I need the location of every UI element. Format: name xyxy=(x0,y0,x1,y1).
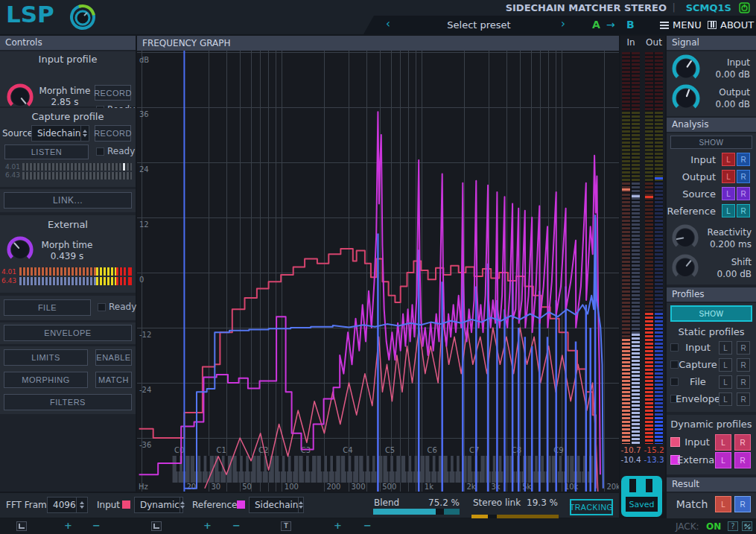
input-record-button[interactable]: RECORD xyxy=(95,85,131,101)
enable-button[interactable]: ENABLE xyxy=(95,349,132,366)
graph-zoom-icon[interactable] xyxy=(151,521,162,531)
signal-output-knob[interactable] xyxy=(671,83,701,113)
analysis-source-left-button[interactable]: L xyxy=(722,187,735,200)
analysis-input-right-button[interactable]: R xyxy=(737,153,750,166)
input-morph-knob[interactable] xyxy=(6,83,34,111)
static-input-label: Input xyxy=(680,342,716,353)
svg-text:12: 12 xyxy=(139,220,149,229)
reactivity-value[interactable]: 0.200 ms xyxy=(701,239,752,249)
zoom-out-button[interactable]: − xyxy=(92,520,101,531)
static-envelope-right-button[interactable]: R xyxy=(737,392,750,406)
signal-input-value[interactable]: 0.00 dB xyxy=(702,69,750,80)
result-match-left-button[interactable]: L xyxy=(715,496,731,512)
file-button[interactable]: FILE xyxy=(4,299,91,316)
static-capture-left-button[interactable]: L xyxy=(719,358,732,372)
meter-out-right-value: -13.3 xyxy=(644,455,664,464)
shift-knob[interactable] xyxy=(671,253,699,282)
ab-b-button[interactable]: B xyxy=(626,19,635,31)
signal-input-knob[interactable] xyxy=(671,54,701,83)
capture-listen-button[interactable]: LISTEN xyxy=(4,144,89,159)
svg-text:C9: C9 xyxy=(553,446,563,454)
meter-in-left-value: -10.7 xyxy=(620,445,641,454)
file-ready-checkbox[interactable] xyxy=(98,303,106,311)
signal-output-value[interactable]: 0.00 dB xyxy=(702,99,750,109)
save-preset-button[interactable]: Saved xyxy=(621,476,662,517)
static-capture-right-button[interactable]: R xyxy=(737,358,750,372)
static-input-checkbox[interactable] xyxy=(670,343,679,352)
preset-next-button[interactable]: › xyxy=(561,17,565,31)
shift-label: Shift xyxy=(701,257,752,267)
resize-icon[interactable] xyxy=(742,521,752,531)
static-file-checkbox[interactable] xyxy=(670,378,679,386)
blend-slider[interactable] xyxy=(373,509,460,515)
profiles-show-button[interactable]: SHOW xyxy=(670,305,752,322)
menu-button[interactable]: MENU xyxy=(660,19,702,31)
text-zoom-icon[interactable]: T xyxy=(281,521,291,531)
analysis-output-right-button[interactable]: R xyxy=(737,170,750,183)
result-match-right-button[interactable]: R xyxy=(734,496,751,512)
meter-in-label: In xyxy=(620,37,641,48)
link-button[interactable]: LINK... xyxy=(4,192,132,209)
envelope-button[interactable]: ENVELOPE xyxy=(4,325,132,341)
combo-spinner-icon[interactable] xyxy=(76,498,87,512)
ab-a-button[interactable]: A xyxy=(592,19,600,31)
about-button[interactable]: ABOUT xyxy=(708,19,754,31)
combo-spinner-icon[interactable] xyxy=(180,498,185,512)
analysis-source-right-button[interactable]: R xyxy=(737,187,750,200)
filters-button[interactable]: FILTERS xyxy=(4,394,132,410)
svg-text:200: 200 xyxy=(326,483,340,491)
combo-spinner-icon[interactable] xyxy=(298,498,303,512)
external-morph-value[interactable]: 0.439 s xyxy=(37,251,97,261)
preset-prev-button[interactable]: ‹ xyxy=(386,17,390,31)
zoom-in-button[interactable]: + xyxy=(203,520,212,531)
analysis-input-label: Input xyxy=(667,154,716,165)
meter-in-right xyxy=(632,52,640,444)
static-profiles-title: Static profiles xyxy=(667,326,756,337)
dynamic-input-checkbox[interactable] xyxy=(670,437,680,447)
analysis-output-left-button[interactable]: L xyxy=(722,170,735,183)
shift-value[interactable]: 0.00 dB xyxy=(701,269,752,279)
analysis-input-left-button[interactable]: L xyxy=(722,153,735,166)
analysis-reference-label: Reference xyxy=(667,206,716,217)
power-icon[interactable] xyxy=(739,2,750,16)
static-envelope-left-button[interactable]: L xyxy=(719,392,732,406)
analysis-reference-right-button[interactable]: R xyxy=(737,204,750,217)
combo-spinner-icon[interactable] xyxy=(80,126,89,141)
morphing-button[interactable]: MORPHING xyxy=(4,372,88,388)
help-icon[interactable]: ? xyxy=(728,521,738,531)
svg-text:-36: -36 xyxy=(139,441,151,449)
static-file-right-button[interactable]: R xyxy=(737,375,750,389)
static-file-left-button[interactable]: L xyxy=(719,375,732,389)
preset-select[interactable]: Select preset xyxy=(417,19,541,31)
dynamic-input-left-button[interactable]: L xyxy=(715,434,731,451)
analysis-reference-left-button[interactable]: L xyxy=(722,204,735,217)
zoom-in-button[interactable]: + xyxy=(64,520,72,531)
input-morph-value[interactable]: 2.85 s xyxy=(36,97,94,107)
dynamic-input-right-button[interactable]: R xyxy=(734,434,751,451)
reference-source-combo[interactable]: Sidechain xyxy=(249,497,304,513)
floppy-shutter-slot xyxy=(629,479,636,492)
zoom-out-button[interactable]: − xyxy=(232,520,241,531)
fft-frame-combo[interactable]: 4096 xyxy=(47,497,88,513)
limits-button[interactable]: LIMITS xyxy=(4,349,88,366)
zoom-in-button[interactable]: + xyxy=(334,520,342,531)
svg-text:0: 0 xyxy=(139,276,144,284)
analysis-show-button[interactable]: SHOW xyxy=(670,136,752,149)
static-input-left-button[interactable]: L xyxy=(719,341,732,355)
dynamic-external-right-button[interactable]: R xyxy=(734,452,751,468)
external-title: External xyxy=(0,219,136,230)
zoom-out-button[interactable]: − xyxy=(363,520,372,531)
input-source-combo[interactable]: Dynamic xyxy=(134,497,183,513)
svg-text:3k: 3k xyxy=(492,483,501,491)
capture-source-combo[interactable]: Sidechain xyxy=(31,125,89,142)
reactivity-knob[interactable] xyxy=(671,223,699,252)
dynamic-external-left-button[interactable]: L xyxy=(715,452,731,468)
graph-zoom-icon[interactable] xyxy=(16,521,27,531)
match-button[interactable]: MATCH xyxy=(95,372,132,388)
result-header: Result xyxy=(667,477,756,492)
external-morph-knob[interactable] xyxy=(6,235,34,264)
static-input-right-button[interactable]: R xyxy=(737,341,750,355)
tracking-button[interactable]: TRACKING xyxy=(570,499,613,515)
capture-ready-checkbox[interactable] xyxy=(96,147,104,156)
capture-record-button[interactable]: RECORD xyxy=(95,125,131,142)
